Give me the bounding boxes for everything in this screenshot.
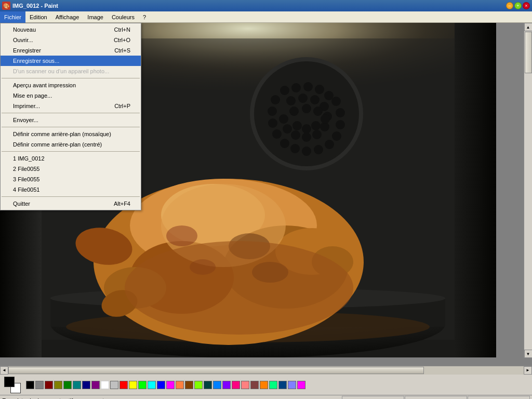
scrollbar-right[interactable]: ▲ ▼ bbox=[524, 23, 532, 358]
status-section-3 bbox=[468, 396, 530, 400]
svg-point-13 bbox=[268, 118, 277, 128]
close-button[interactable]: × bbox=[523, 2, 530, 9]
color-swatch[interactable] bbox=[241, 381, 249, 389]
svg-point-40 bbox=[302, 124, 311, 134]
menu-edition[interactable]: Edition bbox=[25, 11, 51, 23]
svg-point-21 bbox=[336, 120, 345, 129]
svg-point-19 bbox=[325, 140, 334, 149]
svg-point-14 bbox=[272, 129, 282, 139]
color-swatch[interactable] bbox=[35, 381, 44, 389]
color-swatch[interactable] bbox=[119, 381, 128, 389]
menu-recent-3[interactable]: 3 File0055 bbox=[1, 174, 141, 184]
svg-point-15 bbox=[280, 139, 289, 148]
color-swatch[interactable] bbox=[63, 381, 72, 389]
menu-envoyer[interactable]: Envoyer... bbox=[1, 115, 141, 125]
menu-enregistrer-sous[interactable]: Enregistrer sous... bbox=[1, 56, 141, 66]
menu-scanner: D'un scanner ou d'un appareil photo... bbox=[1, 66, 141, 76]
separator-1 bbox=[2, 78, 140, 78]
scroll-down-button[interactable]: ▼ bbox=[524, 350, 533, 358]
status-message: Enregistre le document actif sous un aut… bbox=[2, 397, 342, 400]
scroll-right-button[interactable]: ► bbox=[524, 366, 532, 375]
color-swatch[interactable] bbox=[250, 381, 259, 389]
status-section-2 bbox=[405, 396, 467, 400]
svg-point-34 bbox=[279, 114, 288, 124]
color-swatch[interactable] bbox=[91, 381, 100, 389]
menu-quitter[interactable]: Quitter Alt+F4 bbox=[1, 198, 141, 209]
menu-couleurs[interactable]: Couleurs bbox=[108, 11, 139, 23]
color-swatch[interactable] bbox=[297, 381, 305, 389]
svg-point-30 bbox=[312, 130, 322, 139]
svg-point-6 bbox=[280, 86, 289, 95]
color-swatch[interactable] bbox=[260, 381, 268, 389]
menu-mise-en-page[interactable]: Mise en page... bbox=[1, 90, 141, 101]
svg-point-26 bbox=[310, 95, 320, 104]
svg-point-32 bbox=[291, 130, 300, 140]
maximize-button[interactable]: + bbox=[514, 2, 522, 9]
svg-point-61 bbox=[125, 241, 353, 335]
svg-point-36 bbox=[302, 104, 311, 113]
color-swatch[interactable] bbox=[110, 381, 118, 389]
color-palette bbox=[0, 374, 532, 395]
menu-enregistrer[interactable]: Enregistrer Ctrl+S bbox=[1, 45, 141, 56]
svg-point-39 bbox=[311, 121, 321, 130]
menu-affichage[interactable]: Affichage bbox=[51, 11, 84, 23]
scroll-left-button[interactable]: ◄ bbox=[0, 366, 8, 375]
current-colors bbox=[4, 377, 21, 393]
menu-fichier[interactable]: Fichier bbox=[0, 11, 25, 23]
color-swatch[interactable] bbox=[73, 381, 81, 389]
menu-aide[interactable]: ? bbox=[139, 11, 150, 23]
color-swatch[interactable] bbox=[222, 381, 231, 389]
color-swatch[interactable] bbox=[138, 381, 147, 389]
color-swatch[interactable] bbox=[82, 381, 90, 389]
svg-point-41 bbox=[292, 121, 302, 130]
menu-ouvrir[interactable]: Ouvrir... Ctrl+O bbox=[1, 35, 141, 45]
scroll-thumb-horizontal[interactable] bbox=[8, 367, 424, 374]
minimize-button[interactable]: – bbox=[506, 2, 513, 9]
menubar: Fichier Edition Affichage Image Couleurs… bbox=[0, 11, 532, 23]
menu-nouveau[interactable]: Nouveau Ctrl+N bbox=[1, 24, 141, 35]
color-swatch[interactable] bbox=[232, 381, 240, 389]
color-swatch[interactable] bbox=[101, 381, 109, 389]
scroll-thumb-vertical[interactable] bbox=[525, 32, 532, 73]
menu-arriere-plan-mosaique[interactable]: Définir comme arrière-plan (mosaïque) bbox=[1, 129, 141, 139]
color-swatch[interactable] bbox=[129, 381, 137, 389]
separator-2 bbox=[2, 113, 140, 113]
color-swatch[interactable] bbox=[269, 381, 277, 389]
svg-point-8 bbox=[303, 82, 313, 91]
color-swatch[interactable] bbox=[45, 381, 53, 389]
menu-recent-2[interactable]: 2 File0055 bbox=[1, 164, 141, 174]
color-swatch[interactable] bbox=[204, 381, 212, 389]
menu-imprimer[interactable]: Imprimer... Ctrl+P bbox=[1, 101, 141, 111]
color-swatch[interactable] bbox=[278, 381, 287, 389]
color-swatch[interactable] bbox=[288, 381, 296, 389]
menu-recent-1[interactable]: 1 IMG_0012 bbox=[1, 153, 141, 164]
color-swatch[interactable] bbox=[26, 381, 34, 389]
svg-rect-3 bbox=[455, 23, 496, 357]
color-swatch[interactable] bbox=[54, 381, 62, 389]
svg-point-23 bbox=[331, 97, 341, 106]
status-sections bbox=[342, 396, 530, 400]
color-swatch[interactable] bbox=[157, 381, 165, 389]
color-swatch[interactable] bbox=[166, 381, 175, 389]
color-swatch[interactable] bbox=[148, 381, 156, 389]
svg-point-10 bbox=[324, 91, 334, 100]
color-swatch[interactable] bbox=[213, 381, 221, 389]
menu-recent-4[interactable]: 4 File0051 bbox=[1, 184, 141, 195]
scrollbar-bottom[interactable]: ◄ ► bbox=[0, 366, 532, 374]
foreground-color[interactable] bbox=[4, 377, 15, 387]
svg-point-33 bbox=[283, 124, 292, 134]
menu-apercu[interactable]: Aperçu avant impression bbox=[1, 80, 141, 90]
window-controls: – + × bbox=[506, 2, 530, 9]
color-swatch[interactable] bbox=[176, 381, 184, 389]
color-swatch[interactable] bbox=[194, 381, 203, 389]
menu-image[interactable]: Image bbox=[83, 11, 108, 23]
scroll-track-vertical[interactable] bbox=[524, 31, 533, 350]
svg-point-31 bbox=[302, 132, 311, 142]
svg-point-22 bbox=[336, 108, 345, 117]
scroll-track-horizontal[interactable] bbox=[8, 366, 524, 375]
app-icon: 🎨 bbox=[2, 2, 10, 10]
statusbar: Enregistre le document actif sous un aut… bbox=[0, 395, 532, 399]
color-swatch[interactable] bbox=[185, 381, 193, 389]
scroll-up-button[interactable]: ▲ bbox=[524, 23, 533, 31]
menu-arriere-plan-centre[interactable]: Définir comme arrière-plan (centré) bbox=[1, 139, 141, 150]
